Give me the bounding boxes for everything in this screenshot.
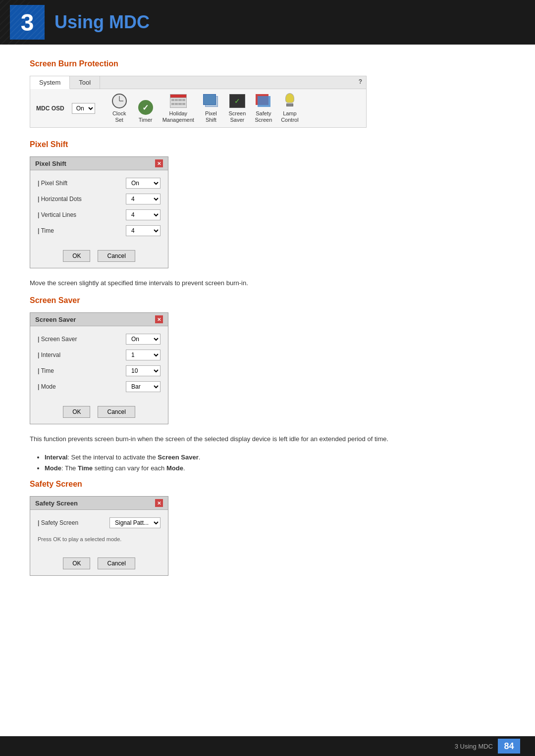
screen-saver-select-2[interactable]: 10515	[126, 365, 160, 376]
screen-saver-cancel-button[interactable]: Cancel	[98, 406, 135, 418]
pixel-shift-body: Pixel Shift OnOff Horizontal Dots 426 Ve…	[30, 170, 168, 246]
bullet-mode-label: Mode	[45, 464, 61, 472]
screen-saver-section: Screen Saver Screen Saver ✕ Screen Saver…	[30, 296, 505, 474]
tab-tool[interactable]: Tool	[70, 76, 100, 89]
pixel-shift-row-0: Pixel Shift OnOff	[38, 178, 160, 189]
clock-set-label: ClockSet	[112, 110, 126, 123]
safety-screen-label: SafetyScreen	[255, 110, 272, 123]
pixel-shift-select-0[interactable]: OnOff	[126, 178, 160, 189]
pixel-shift-field-label-0: Pixel Shift	[38, 180, 67, 187]
screen-saver-field-label-1: Interval	[38, 352, 60, 358]
screen-burn-heading: Screen Burn Protection	[30, 59, 505, 68]
safety-screen-footer: OK Cancel	[30, 554, 168, 575]
safety-screen-dialog: Safety Screen ✕ Safety Screen Signal Pat…	[30, 496, 168, 575]
pixel-shift-row-2: Vertical Lines 426	[38, 209, 160, 220]
timer-icon: ✓	[138, 100, 153, 115]
page-header: 3 Using MDC	[0, 0, 535, 45]
holiday-icon-img	[169, 93, 188, 109]
clock-icon	[112, 94, 127, 108]
safety-screen-body: Safety Screen Signal Patt...ScrollFade P…	[30, 510, 168, 553]
pixel-shift-titlebar: Pixel Shift ✕	[30, 157, 168, 170]
screen-burn-section: Screen Burn Protection System Tool ? MDC…	[30, 59, 505, 128]
pixel-shift-field-label-2: Vertical Lines	[38, 211, 76, 218]
screen-saver-heading: Screen Saver	[30, 296, 505, 305]
screen-saver-description: This function prevents screen burn-in wh…	[30, 434, 505, 445]
screen-saver-ok-button[interactable]: OK	[63, 406, 90, 418]
pixel-shift-label: PixelShift	[205, 110, 217, 123]
chapter-title: Using MDC	[54, 12, 150, 33]
main-content: Screen Burn Protection System Tool ? MDC…	[0, 45, 535, 615]
safety-screen-close-button[interactable]: ✕	[155, 499, 163, 507]
pixel-shift-heading: Pixel Shift	[30, 140, 505, 149]
chapter-number: 3	[21, 9, 34, 36]
bullet-mode-label2: Mode	[166, 464, 183, 472]
pixel-shift-select-3[interactable]: 426	[126, 225, 160, 236]
screen-saver-body: Screen Saver OnOff Interval 123 Time 105…	[30, 326, 168, 402]
screen-saver-titlebar: Screen Saver ✕	[30, 313, 168, 326]
screen-saver-field-label-3: Mode	[38, 383, 56, 390]
bullet-time-label: Time	[78, 464, 93, 472]
safety-screen-ok-button[interactable]: OK	[63, 557, 90, 569]
help-icon[interactable]: ?	[355, 76, 366, 89]
holiday-icon	[170, 94, 187, 108]
safety-screen-note: Press OK to play a selected mode.	[38, 533, 160, 548]
safety-screen-title: Safety Screen	[35, 500, 78, 507]
pixel-shift-cancel-button[interactable]: Cancel	[98, 250, 135, 262]
pixel-shift-row-3: Time 426	[38, 225, 160, 236]
toolbar-icon-holiday[interactable]: HolidayManagement	[162, 93, 194, 123]
lamp-icon	[283, 93, 297, 109]
screen-saver-field-label-0: Screen Saver	[38, 336, 77, 343]
screen-saver-row-0: Screen Saver OnOff	[38, 334, 160, 345]
safety-screen-select-0[interactable]: Signal Patt...ScrollFade	[109, 517, 160, 528]
safety-screen-titlebar: Safety Screen ✕	[30, 497, 168, 510]
mdc-osd-select[interactable]: On Off	[72, 103, 95, 114]
safety-screen-heading: Safety Screen	[30, 480, 505, 489]
timer-icon-img: ✓	[136, 100, 155, 115]
bullet-interval: Interval: Set the interval to activate t…	[45, 452, 505, 463]
toolbar-icon-screen-saver[interactable]: ScreenSaver	[228, 93, 247, 123]
toolbar-icon-timer[interactable]: ✓ Timer	[136, 100, 155, 123]
safety-screen-icon	[256, 94, 271, 108]
toolbar-icon-lamp-control[interactable]: LampControl	[280, 93, 299, 123]
toolbar-icon-clock-set[interactable]: ClockSet	[110, 93, 129, 123]
safety-screen-section: Safety Screen Safety Screen ✕ Safety Scr…	[30, 480, 505, 575]
tab-spacer	[100, 76, 354, 89]
toolbar-icon-safety-screen[interactable]: SafetyScreen	[254, 93, 273, 123]
toolbar-row: MDC OSD On Off ClockSet	[30, 89, 366, 127]
safety-screen-cancel-button[interactable]: Cancel	[98, 557, 135, 569]
bullet-screen-saver-label: Screen Saver	[158, 454, 198, 461]
screen-saver-row-3: Mode BarEraserPixel	[38, 381, 160, 392]
pixel-shift-description: Move the screen slightly at specified ti…	[30, 278, 505, 289]
screen-saver-dialog: Screen Saver ✕ Screen Saver OnOff Interv…	[30, 312, 168, 424]
screen-saver-select-3[interactable]: BarEraserPixel	[126, 381, 160, 392]
safety-screen-field-label-0: Safety Screen	[38, 519, 78, 526]
safety-screen-row-0: Safety Screen Signal Patt...ScrollFade	[38, 517, 160, 528]
toolbar-icon-pixel-shift[interactable]: PixelShift	[202, 93, 220, 123]
bullet-mode: Mode: The Time setting can vary for each…	[45, 463, 505, 474]
screen-saver-select-0[interactable]: OnOff	[126, 334, 160, 345]
pixel-shift-section: Pixel Shift Pixel Shift ✕ Pixel Shift On…	[30, 140, 505, 289]
pixel-shift-select-2[interactable]: 426	[126, 209, 160, 220]
pixel-icon	[203, 94, 219, 108]
pixel-shift-row-1: Horizontal Dots 426	[38, 194, 160, 204]
pixel-shift-ok-button[interactable]: OK	[63, 250, 90, 262]
pixel-shift-select-1[interactable]: 426	[126, 194, 160, 204]
lamp-control-icon-img	[280, 93, 299, 109]
screen-saver-select-1[interactable]: 123	[126, 350, 160, 360]
screen-saver-icon	[229, 94, 245, 108]
screen-saver-footer: OK Cancel	[30, 402, 168, 424]
screen-saver-close-button[interactable]: ✕	[155, 315, 163, 323]
screen-saver-label: ScreenSaver	[228, 110, 246, 123]
pixel-shift-close-button[interactable]: ✕	[155, 159, 163, 167]
toolbar-icons: ClockSet ✓ Timer	[110, 93, 299, 123]
pixel-shift-field-label-1: Horizontal Dots	[38, 196, 82, 202]
pixel-shift-icon-img	[202, 93, 220, 109]
lamp-control-label: LampControl	[281, 110, 298, 123]
pixel-shift-field-label-3: Time	[38, 227, 54, 234]
tab-system[interactable]: System	[30, 76, 70, 89]
footer-page-number: 84	[498, 739, 520, 754]
pixel-shift-title: Pixel Shift	[35, 160, 66, 167]
pixel-shift-dialog: Pixel Shift ✕ Pixel Shift OnOff Horizont…	[30, 156, 168, 268]
screen-saver-icon-img	[228, 93, 247, 109]
toolbar-tabs: System Tool ?	[30, 76, 366, 89]
